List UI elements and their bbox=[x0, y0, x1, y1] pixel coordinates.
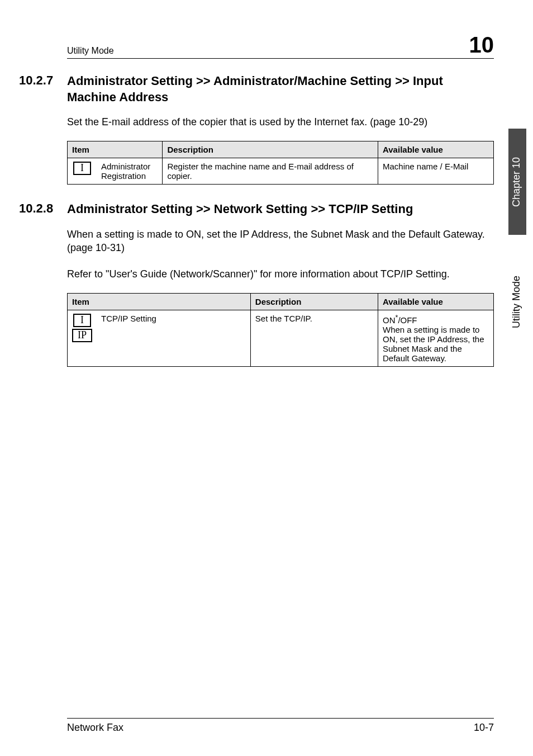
th-item: Item bbox=[68, 293, 251, 310]
item-label: Administrator Registration bbox=[97, 158, 162, 184]
table-admin-registration: Item Description Available value I Admin… bbox=[67, 141, 494, 185]
side-tabs: Chapter 10 Utility Mode bbox=[508, 129, 526, 375]
th-item: Item bbox=[68, 141, 163, 158]
cell-description: Register the machine name and E-mail add… bbox=[163, 158, 378, 185]
i-icon: I bbox=[73, 162, 91, 175]
th-description: Description bbox=[163, 141, 378, 158]
section-title: Administrator Setting >> Administrator/M… bbox=[67, 73, 494, 105]
table-tcpip-setting: Item Description Available value I IP TC… bbox=[67, 293, 494, 367]
footer-right: 10-7 bbox=[474, 722, 494, 734]
section-body: Set the E-mail address of the copier tha… bbox=[67, 115, 494, 129]
section-body: When a setting is made to ON, set the IP… bbox=[67, 228, 494, 255]
cell-available: ON*/OFF When a setting is made to ON, se… bbox=[378, 310, 494, 366]
th-description: Description bbox=[250, 293, 378, 310]
ip-icon: IP bbox=[72, 329, 92, 342]
running-head-left: Utility Mode bbox=[67, 46, 114, 56]
chapter-number: 10 bbox=[469, 34, 494, 56]
page-footer: Network Fax 10-7 bbox=[67, 718, 494, 734]
table-row: I Administrator Registration Register th… bbox=[68, 158, 494, 185]
section-body: Refer to "User's Guide (Network/Scanner)… bbox=[67, 267, 494, 281]
running-head: Utility Mode 10 bbox=[67, 34, 494, 59]
table-row: I IP TCP/IP Setting Set the TCP/IP. ON*/… bbox=[68, 310, 494, 366]
cell-available: Machine name / E-Mail bbox=[378, 158, 494, 185]
section-number: 10.2.7 bbox=[19, 73, 67, 88]
item-label: TCP/IP Setting bbox=[97, 310, 250, 347]
cell-description: Set the TCP/IP. bbox=[250, 310, 378, 366]
section-10-2-8: 10.2.8 Administrator Setting >> Network … bbox=[67, 201, 494, 366]
i-icon: I bbox=[73, 314, 91, 327]
section-title: Administrator Setting >> Network Setting… bbox=[67, 201, 413, 218]
th-available: Available value bbox=[378, 141, 494, 158]
mode-tab: Utility Mode bbox=[508, 240, 526, 363]
footer-left: Network Fax bbox=[67, 722, 123, 734]
section-number: 10.2.8 bbox=[19, 201, 67, 216]
th-available: Available value bbox=[378, 293, 494, 310]
chapter-tab: Chapter 10 bbox=[508, 129, 526, 235]
section-10-2-7: 10.2.7 Administrator Setting >> Administ… bbox=[67, 73, 494, 185]
